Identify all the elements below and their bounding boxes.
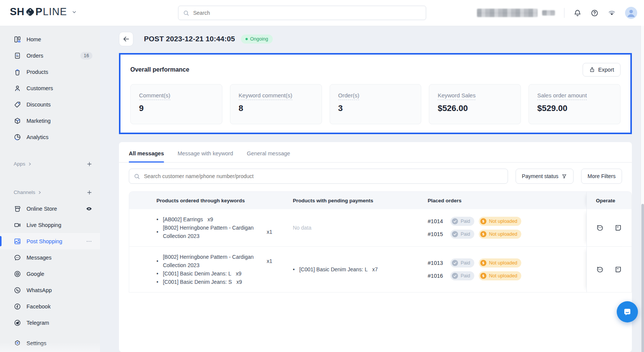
sidebar-item-orders[interactable]: Orders 16 [0, 47, 100, 64]
search-icon [183, 10, 189, 16]
settings-icon [14, 339, 21, 347]
store-name-redacted-2 [542, 10, 555, 16]
payment-status-filter-button[interactable]: Payment status [516, 169, 574, 184]
order-id: #1014 [428, 218, 446, 224]
comment-action-icon[interactable] [596, 224, 604, 232]
online-store-icon [14, 205, 21, 213]
sidebar-item-facebook[interactable]: Facebook [0, 298, 100, 314]
stat-value: $526.00 [438, 103, 512, 113]
sidebar-section-channels[interactable]: Channels [0, 184, 100, 200]
sidebar-item-google[interactable]: Google [0, 266, 100, 282]
help-icon[interactable] [591, 9, 599, 17]
table-row: [AB002] Earrings x9 [B002] Herringbone P… [129, 209, 631, 247]
status-badge: Ongoing [241, 34, 272, 44]
sidebar-item-discounts[interactable]: Discounts [0, 96, 100, 113]
customers-icon [14, 84, 21, 92]
back-button[interactable] [119, 32, 133, 46]
tab-all-messages[interactable]: All messages [129, 150, 164, 162]
logo-text: SH [10, 6, 25, 18]
order-id: #1016 [428, 273, 446, 279]
tab-general-message[interactable]: General message [247, 150, 290, 162]
annotation-highlight-overall-performance: Overall performance Export Comment(s) 9 … [119, 53, 632, 134]
page-scrollbar[interactable] [641, 26, 644, 352]
global-search[interactable] [178, 6, 426, 20]
more-options-icon[interactable] [86, 238, 92, 245]
shopline-tag-icon [25, 7, 35, 17]
sidebar-item-customers[interactable]: Customers [0, 80, 100, 96]
check-circle-icon [452, 231, 458, 237]
orders-count-badge: 16 [80, 52, 92, 59]
sidebar-item-products[interactable]: Products [0, 64, 100, 80]
filter-row: Payment status More Filters [129, 169, 622, 184]
keyword-product: [C001] Basic Denim Jeans: S x9 [156, 278, 279, 286]
topbar-divider [564, 8, 564, 18]
stat-label[interactable]: Comment(s) [139, 92, 170, 100]
sidebar-item-settings[interactable]: Settings [0, 335, 100, 351]
eye-icon[interactable] [86, 205, 92, 212]
stat-label[interactable]: Keyword Sales [438, 92, 475, 100]
pending-product: [C001] Basic Denim Jeans: L x7 [293, 265, 420, 274]
analytics-icon [14, 133, 21, 141]
comment-action-icon[interactable] [596, 265, 604, 274]
add-app-plus-icon[interactable] [86, 161, 92, 167]
not-uploaded-badge: $ Not uploaded [479, 217, 521, 226]
export-icon [589, 67, 595, 73]
orders-icon [14, 52, 21, 59]
stat-label[interactable]: Keyword comment(s) [239, 92, 292, 100]
more-filters-button[interactable]: More Filters [581, 169, 622, 184]
page-title: POST 2023-12-21 10:44:05 [144, 35, 235, 43]
network-status-icon[interactable] [608, 9, 616, 17]
chevron-right-icon [38, 190, 42, 195]
order-note-action-icon[interactable] [614, 265, 622, 274]
discounts-icon [14, 101, 21, 108]
sidebar-item-marketing[interactable]: Marketing [0, 113, 100, 129]
stat-value: $529.00 [537, 103, 612, 113]
stat-card-comments: Comment(s) 9 [130, 84, 222, 124]
customer-search[interactable] [129, 169, 508, 184]
sidebar-item-telegram[interactable]: Telegram [0, 314, 100, 331]
sidebar-item-analytics[interactable]: Analytics [0, 129, 100, 145]
table-row: [B002] Herringbone Pattern - Cardigan Co… [129, 247, 631, 293]
message-tabs: All messages Message with keyword Genera… [119, 150, 632, 163]
funnel-icon [561, 174, 567, 179]
placed-order: #1013 Paid $ Not uploaded [428, 258, 579, 268]
sidebar-item-messages[interactable]: Messages [0, 249, 100, 266]
customer-search-input[interactable] [143, 173, 508, 180]
keyword-product: [B002] Herringbone Pattern - Cardigan Co… [156, 224, 279, 240]
chevron-down-icon[interactable] [72, 9, 77, 15]
sidebar-item-live-shopping[interactable]: Live Shopping [0, 217, 100, 233]
main-content: POST 2023-12-21 10:44:05 Ongoing Overall… [100, 26, 644, 352]
svg-text:$: $ [482, 232, 485, 236]
sidebar-item-post-shopping[interactable]: Post Shopping [0, 233, 100, 249]
order-note-action-icon[interactable] [614, 224, 622, 232]
global-search-input[interactable] [192, 9, 426, 16]
sidebar: Home Orders 16 Products Customers Discou… [0, 26, 100, 352]
live-chat-launcher[interactable] [617, 301, 638, 322]
scrollbar-thumb[interactable] [641, 204, 644, 352]
telegram-icon [14, 319, 21, 327]
placed-order: #1015 Paid $ Not uploaded [428, 230, 579, 239]
no-data-label: No data [293, 225, 311, 231]
col-header-keyword-products: Products ordered through keywords [129, 198, 293, 203]
logo-text: P [36, 6, 43, 18]
stat-label[interactable]: Sales order amount [537, 92, 587, 100]
topbar: SH P LINE [0, 0, 644, 26]
user-avatar[interactable] [625, 7, 637, 19]
add-channel-plus-icon[interactable] [86, 189, 92, 196]
stat-label[interactable]: Order(s) [338, 92, 360, 100]
not-uploaded-badge: $ Not uploaded [479, 230, 521, 239]
notifications-bell-icon[interactable] [574, 9, 581, 17]
dollar-circle-icon: $ [480, 231, 486, 237]
sidebar-item-whatsapp[interactable]: WhatsApp [0, 282, 100, 298]
sidebar-item-home[interactable]: Home [0, 31, 100, 47]
stat-value: 8 [239, 103, 313, 113]
svg-text:$: $ [482, 219, 485, 223]
chat-bubble-icon [622, 307, 633, 317]
check-circle-icon [452, 273, 458, 279]
sidebar-item-online-store[interactable]: Online Store [0, 200, 100, 217]
tab-message-with-keyword[interactable]: Message with keyword [178, 150, 233, 162]
sidebar-section-apps[interactable]: Apps [0, 156, 100, 172]
export-button[interactable]: Export [583, 63, 621, 77]
shopline-logo[interactable]: SH P LINE [10, 6, 77, 18]
status-dot [245, 38, 248, 40]
